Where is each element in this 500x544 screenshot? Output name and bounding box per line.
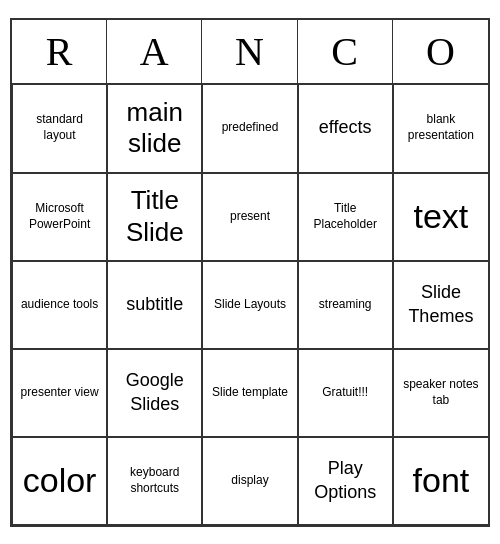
cell-text-21: keyboard shortcuts xyxy=(114,465,195,496)
bingo-cell-14: Slide Themes xyxy=(393,261,488,349)
header-col-o: O xyxy=(393,20,488,83)
bingo-cell-10: audience tools xyxy=(12,261,107,349)
cell-text-5: Microsoft PowerPoint xyxy=(19,201,100,232)
cell-text-20: color xyxy=(23,458,97,502)
header-col-r: R xyxy=(12,20,107,83)
header-col-c: C xyxy=(298,20,393,83)
bingo-cell-24: font xyxy=(393,437,488,525)
cell-text-18: Gratuit!!! xyxy=(322,385,368,401)
cell-text-11: subtitle xyxy=(126,293,183,316)
bingo-cell-13: streaming xyxy=(298,261,393,349)
cell-text-8: Title Placeholder xyxy=(305,201,386,232)
cell-text-12: Slide Layouts xyxy=(214,297,286,313)
bingo-cell-12: Slide Layouts xyxy=(202,261,297,349)
cell-text-1: main slide xyxy=(114,97,195,159)
bingo-cell-0: standard layout xyxy=(12,85,107,173)
cell-text-7: present xyxy=(230,209,270,225)
cell-text-15: presenter view xyxy=(21,385,99,401)
bingo-cell-8: Title Placeholder xyxy=(298,173,393,261)
cell-text-19: speaker notes tab xyxy=(400,377,482,408)
header-col-a: A xyxy=(107,20,202,83)
cell-text-13: streaming xyxy=(319,297,372,313)
bingo-cell-19: speaker notes tab xyxy=(393,349,488,437)
bingo-cell-4: blank presentation xyxy=(393,85,488,173)
bingo-cell-3: effects xyxy=(298,85,393,173)
bingo-cell-2: predefined xyxy=(202,85,297,173)
cell-text-17: Slide template xyxy=(212,385,288,401)
cell-text-3: effects xyxy=(319,116,372,139)
bingo-cell-20: color xyxy=(12,437,107,525)
bingo-cell-16: Google Slides xyxy=(107,349,202,437)
bingo-card: RANCO standard layoutmain slidepredefine… xyxy=(10,18,490,527)
cell-text-23: Play Options xyxy=(305,457,386,504)
bingo-header: RANCO xyxy=(12,20,488,85)
header-col-n: N xyxy=(202,20,297,83)
cell-text-10: audience tools xyxy=(21,297,98,313)
bingo-cell-17: Slide template xyxy=(202,349,297,437)
bingo-cell-15: presenter view xyxy=(12,349,107,437)
bingo-grid: standard layoutmain slidepredefinedeffec… xyxy=(12,85,488,525)
cell-text-6: Title Slide xyxy=(114,185,195,247)
bingo-cell-6: Title Slide xyxy=(107,173,202,261)
bingo-cell-1: main slide xyxy=(107,85,202,173)
cell-text-14: Slide Themes xyxy=(400,281,482,328)
bingo-cell-18: Gratuit!!! xyxy=(298,349,393,437)
bingo-cell-11: subtitle xyxy=(107,261,202,349)
bingo-cell-23: Play Options xyxy=(298,437,393,525)
cell-text-24: font xyxy=(413,458,470,502)
bingo-cell-7: present xyxy=(202,173,297,261)
cell-text-2: predefined xyxy=(222,120,279,136)
cell-text-22: display xyxy=(231,473,268,489)
cell-text-0: standard layout xyxy=(19,112,100,143)
cell-text-16: Google Slides xyxy=(114,369,195,416)
bingo-cell-9: text xyxy=(393,173,488,261)
cell-text-4: blank presentation xyxy=(400,112,482,143)
bingo-cell-21: keyboard shortcuts xyxy=(107,437,202,525)
cell-text-9: text xyxy=(413,194,468,238)
bingo-cell-5: Microsoft PowerPoint xyxy=(12,173,107,261)
bingo-cell-22: display xyxy=(202,437,297,525)
